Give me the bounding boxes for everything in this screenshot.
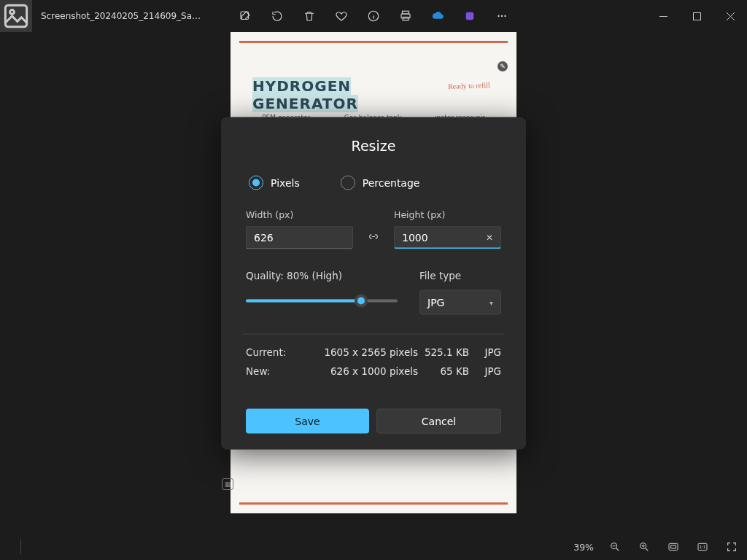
chevron-down-icon: ▾ [489, 298, 493, 306]
zoom-out-icon[interactable] [607, 539, 623, 555]
clipchamp-icon[interactable] [461, 7, 479, 25]
filetype-label: File type [419, 270, 501, 281]
quality-slider[interactable] [246, 295, 398, 308]
new-filesize: 65 KB [418, 365, 469, 377]
radio-percentage-label: Percentage [363, 177, 420, 189]
maximize-button[interactable] [680, 4, 713, 28]
image-badge-icon: ✎ [498, 61, 508, 71]
divider [243, 334, 504, 335]
edit-icon[interactable] [236, 7, 254, 25]
dialog-title: Resize [246, 138, 501, 154]
onedrive-icon[interactable] [429, 7, 446, 25]
zoom-in-icon[interactable] [636, 539, 652, 555]
cancel-button[interactable]: Cancel [376, 409, 501, 434]
titlebar-left: Screenshot_20240205_214609_Samsung... [0, 0, 201, 32]
svg-point-8 [498, 15, 499, 17]
height-label: Height (px) [394, 209, 501, 220]
zoom-percentage: 39% [573, 542, 594, 553]
more-icon[interactable] [493, 7, 511, 25]
new-row-label: New: [246, 365, 311, 377]
svg-point-10 [504, 15, 506, 17]
radio-pixels[interactable]: Pixels [249, 176, 300, 190]
svg-point-1 [10, 10, 15, 15]
height-input[interactable]: 1000 ✕ [394, 226, 501, 249]
current-row-label: Current: [246, 346, 311, 358]
unit-radio-group: Pixels Percentage [246, 176, 501, 190]
image-title: HYDROGEN GENERATOR [252, 78, 358, 112]
svg-rect-7 [466, 12, 474, 20]
svg-rect-6 [403, 18, 409, 21]
fit-icon[interactable] [665, 539, 681, 555]
file-name: Screenshot_20240205_214609_Samsung... [41, 11, 201, 21]
new-dimensions: 626 x 1000 pixels [311, 365, 418, 377]
close-button[interactable] [713, 4, 747, 28]
image-annotation: Ready to refill [448, 81, 490, 90]
radio-indicator-icon [341, 176, 355, 190]
radio-pixels-label: Pixels [271, 177, 300, 189]
radio-indicator-icon [249, 176, 263, 190]
svg-rect-20 [671, 545, 676, 548]
quality-label: Quality: 80% (High) [246, 270, 398, 281]
minimize-button[interactable] [646, 4, 680, 28]
current-format: JPG [469, 346, 501, 358]
width-input[interactable]: 626 [246, 226, 353, 249]
actual-size-icon[interactable]: 1:1 [694, 539, 711, 555]
current-filesize: 525.1 KB [418, 346, 469, 358]
delete-icon[interactable] [301, 7, 318, 25]
slider-thumb-icon[interactable] [355, 295, 368, 308]
svg-rect-0 [5, 5, 26, 26]
aspect-lock-icon[interactable] [363, 227, 384, 247]
radio-percentage[interactable]: Percentage [341, 176, 420, 190]
titlebar: Screenshot_20240205_214609_Samsung... [0, 0, 747, 32]
save-button[interactable]: Save [246, 409, 369, 434]
current-dimensions: 1605 x 2565 pixels [311, 346, 418, 358]
rotate-icon[interactable] [268, 7, 286, 25]
width-label: Width (px) [246, 209, 353, 220]
favorite-icon[interactable] [333, 7, 350, 25]
print-icon[interactable] [397, 7, 414, 25]
resize-dialog: Resize Pixels Percentage Width (px) 626 … [221, 117, 526, 450]
fullscreen-icon[interactable] [724, 539, 740, 555]
filetype-select[interactable]: JPG ▾ [419, 290, 501, 315]
size-comparison: Current: 1605 x 2565 pixels 525.1 KB JPG… [246, 346, 501, 377]
new-format: JPG [469, 365, 501, 377]
window-controls [646, 0, 747, 32]
svg-text:1:1: 1:1 [700, 545, 706, 549]
filmstrip-icon[interactable]: ▦ [222, 478, 233, 490]
clear-height-icon[interactable]: ✕ [486, 232, 493, 242]
app-icon[interactable] [0, 0, 32, 32]
statusbar: 39% 1:1 [0, 534, 747, 560]
toolbar [236, 7, 511, 25]
svg-point-9 [501, 15, 503, 17]
info-icon[interactable] [365, 7, 382, 25]
svg-rect-19 [669, 543, 678, 550]
svg-rect-11 [693, 12, 700, 20]
